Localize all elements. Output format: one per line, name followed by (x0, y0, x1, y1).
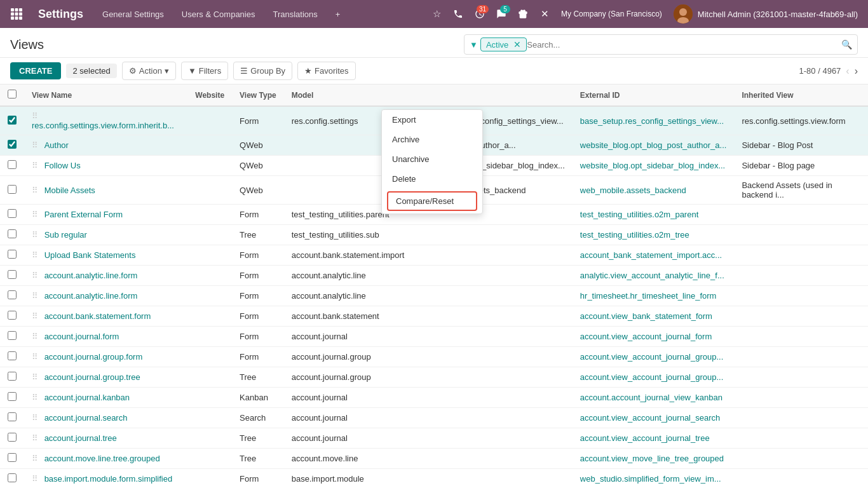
action-delete[interactable]: Delete (382, 169, 482, 189)
external-id-link[interactable]: website_blog.opt_blog_post_author_a... (580, 140, 727, 150)
search-button[interactable]: 🔍 (841, 39, 852, 50)
view-name-link[interactable]: account.journal.search (44, 413, 128, 423)
drag-handle[interactable]: ⠿ (32, 372, 38, 382)
favorites-button[interactable]: ★ Favorites (297, 62, 355, 80)
group-by-button[interactable]: ☰ Group By (233, 62, 292, 80)
row-checkbox[interactable] (8, 331, 17, 340)
external-id-link[interactable]: web_mobile.assets_backend (580, 186, 686, 195)
row-checkbox[interactable] (8, 372, 17, 381)
external-id-link[interactable]: account.account_journal_view_kanban (580, 393, 722, 402)
view-name-link[interactable]: account.analytic.line.form (44, 291, 138, 301)
select-all-checkbox[interactable] (8, 90, 17, 98)
row-checkbox[interactable] (8, 392, 17, 401)
row-checkbox[interactable] (8, 185, 17, 194)
row-checkbox[interactable] (8, 250, 17, 259)
view-name-link[interactable]: account.bank.statement.form (44, 311, 151, 321)
action-dropdown-button[interactable]: ⚙ Action ▾ (122, 62, 176, 80)
drag-handle[interactable]: ⠿ (32, 454, 38, 463)
drag-handle[interactable]: ⠿ (32, 433, 38, 443)
prev-page-button[interactable]: ‹ (846, 65, 849, 77)
row-checkbox[interactable] (8, 412, 17, 421)
view-name-link[interactable]: Parent External Form (44, 210, 123, 219)
row-checkbox[interactable] (8, 160, 17, 169)
view-name-link[interactable]: Follow Us (44, 161, 81, 170)
row-checkbox[interactable] (8, 311, 17, 320)
external-id-link[interactable]: account.view_account_journal_search (580, 413, 720, 423)
view-name-link[interactable]: base.import.module.form.simplified (44, 474, 173, 484)
action-compare-reset[interactable]: Compare/Reset (387, 191, 477, 211)
drag-handle[interactable]: ⠿ (32, 332, 38, 341)
drag-handle[interactable]: ⠿ (32, 311, 38, 321)
external-id-link[interactable]: account.view_account_journal_group... (580, 372, 723, 382)
external-id-link[interactable]: account.view_account_journal_group... (580, 352, 723, 362)
clock-icon[interactable]: 31 (470, 4, 490, 24)
filters-button[interactable]: ▼ Filters (181, 62, 228, 80)
action-archive[interactable]: Archive (382, 130, 482, 149)
external-id-link[interactable]: account_bank_statement_import.acc... (580, 250, 722, 260)
drag-handle[interactable]: ⠿ (32, 230, 38, 240)
action-export[interactable]: Export (382, 110, 482, 130)
external-id-link[interactable]: account.view_bank_statement_form (580, 311, 712, 321)
drag-handle[interactable]: ⠿ (32, 393, 38, 402)
star-icon[interactable]: ☆ (426, 4, 447, 24)
menu-users-companies[interactable]: Users & Companies (173, 0, 264, 28)
drag-handle[interactable]: ⠿ (32, 413, 38, 423)
row-checkbox[interactable] (8, 290, 17, 299)
menu-translations[interactable]: Translations (264, 0, 326, 28)
apps-menu-button[interactable] (5, 0, 28, 28)
view-name-link[interactable]: res.config.settings.view.form.inherit.b.… (32, 121, 174, 130)
chat-icon[interactable]: 5 (491, 4, 512, 24)
row-checkbox[interactable] (8, 433, 17, 442)
row-checkbox[interactable] (8, 270, 17, 279)
external-id-link[interactable]: hr_timesheet.hr_timesheet_line_form (580, 291, 717, 301)
drag-handle[interactable]: ⠿ (32, 111, 38, 121)
row-checkbox[interactable] (8, 140, 17, 149)
user-menu[interactable]: Mitchell Admin (3261001-master-4fab69-al… (668, 4, 863, 24)
external-id-link[interactable]: web_studio.simplified_form_view_im... (580, 474, 721, 484)
external-id-link[interactable]: account.view_account_journal_form (580, 332, 712, 341)
search-input[interactable] (527, 40, 841, 50)
gift-icon[interactable] (513, 4, 533, 24)
view-name-link[interactable]: account.journal.group.tree (44, 372, 140, 382)
drag-handle[interactable]: ⠿ (32, 186, 38, 195)
company-name[interactable]: My Company (San Francisco) (555, 10, 668, 18)
external-id-link[interactable]: base_setup.res_config_settings_view... (580, 116, 724, 126)
drag-handle[interactable]: ⠿ (32, 291, 38, 301)
view-name-link[interactable]: account.analytic.line.form (44, 271, 138, 280)
view-name-link[interactable]: account.journal.group.form (44, 352, 143, 362)
view-name-link[interactable]: Author (44, 140, 69, 150)
drag-handle[interactable]: ⠿ (32, 210, 38, 219)
drag-handle[interactable]: ⠿ (32, 352, 38, 362)
external-id-link[interactable]: test_testing_utilities.o2m_parent (580, 210, 698, 219)
drag-handle[interactable]: ⠿ (32, 161, 38, 170)
view-name-link[interactable]: Upload Bank Statements (44, 250, 136, 260)
view-name-link[interactable]: account.journal.form (44, 332, 119, 341)
row-checkbox[interactable] (8, 351, 17, 360)
row-checkbox[interactable] (8, 453, 17, 462)
external-id-link[interactable]: account.view_account_journal_tree (580, 433, 710, 443)
drag-handle[interactable]: ⠿ (32, 271, 38, 280)
menu-general-settings[interactable]: General Settings (93, 0, 173, 28)
drag-handle[interactable]: ⠿ (32, 250, 38, 260)
view-name-link[interactable]: account.move.line.tree.grouped (44, 454, 160, 463)
view-name-link[interactable]: Sub regular (44, 230, 87, 240)
remove-active-filter-button[interactable]: ✕ (513, 39, 521, 50)
drag-handle[interactable]: ⠿ (32, 474, 38, 484)
action-unarchive[interactable]: Unarchive (382, 149, 482, 169)
row-checkbox[interactable] (8, 473, 17, 482)
next-page-button[interactable]: › (855, 65, 858, 77)
phone-icon[interactable] (448, 4, 468, 24)
external-id-link[interactable]: test_testing_utilities.o2m_tree (580, 230, 689, 240)
menu-plus[interactable]: + (327, 0, 349, 28)
row-checkbox[interactable] (8, 209, 17, 218)
create-button[interactable]: CREATE (10, 62, 61, 79)
view-name-link[interactable]: Mobile Assets (44, 186, 95, 195)
close-icon[interactable]: ✕ (534, 4, 555, 24)
drag-handle[interactable]: ⠿ (32, 140, 38, 150)
external-id-link[interactable]: analytic.view_account_analytic_line_f... (580, 271, 724, 280)
view-name-link[interactable]: account.journal.tree (44, 433, 117, 443)
row-checkbox[interactable] (8, 229, 17, 238)
row-checkbox[interactable] (8, 116, 17, 125)
view-name-link[interactable]: account.journal.kanban (44, 393, 130, 402)
external-id-link[interactable]: website_blog.opt_sidebar_blog_index... (580, 161, 725, 170)
